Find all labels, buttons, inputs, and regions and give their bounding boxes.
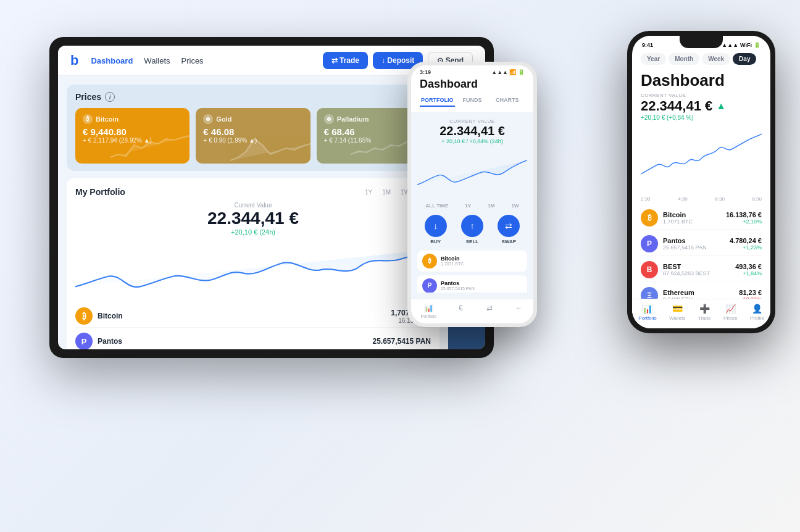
phone1-asset-pantos[interactable]: P Pantos 25.657,5415 PAN <box>417 275 527 293</box>
phone2-filter-month[interactable]: Month <box>669 53 699 65</box>
phone2-title: Dashboard <box>641 71 762 90</box>
phone2-pantos-value: 4.780,24 € <box>730 237 762 244</box>
phone1-status-bar: 3:19 ▲▲▲ 📶 🔋 <box>411 65 533 75</box>
phone2-time: 9:41 <box>642 42 653 48</box>
phone2-notch <box>680 36 723 48</box>
phone2-nav-profile[interactable]: 👤 Profile <box>750 303 764 321</box>
bitcoin-asset-icon: ₿ <box>75 307 93 325</box>
asset-row-bitcoin[interactable]: ₿ Bitcoin 1,7071 BTC 16.138,76 € <box>75 305 431 328</box>
tablet-nav-wallets[interactable]: Wallets <box>144 56 170 65</box>
gold-icon: ⊕ <box>203 114 213 124</box>
phone1-value-label: CURRENT VALUE <box>417 118 527 124</box>
phone1-nav-portfolio[interactable]: 📊 Portfolio <box>421 303 437 318</box>
phone1-tab-funds[interactable]: FUNDS <box>455 94 490 107</box>
price-cards: ₿ Bitcoin € 9,440.80 + € 2,117.94 (28.92… <box>75 108 431 164</box>
phone1-action-buy: ↓ BUY <box>425 215 447 244</box>
gold-price-card[interactable]: ⊕ Gold € 46.08 + € 0.90 (1.99% ▲) <box>196 108 310 164</box>
phone2-best-icon: B <box>641 261 658 278</box>
tablet-nav-dashboard[interactable]: Dashboard <box>91 56 133 65</box>
gold-price-value: € 46.08 <box>203 127 302 137</box>
tablet-nav-prices[interactable]: Prices <box>181 56 204 65</box>
phone1-tab-charts[interactable]: CHARTS <box>490 94 525 107</box>
tablet-main: Prices i ₿ Bitcoin € 9,440.80 + € 2,117.… <box>58 76 448 349</box>
phone2-change: +20,10 € (+0,84 %) <box>641 114 762 121</box>
phone1-asset-bitcoin[interactable]: ₿ Bitcoin 1,7071 BTC <box>417 251 527 272</box>
phone2-screen: 9:41 ▲▲▲ WiFi 🔋 Year Month Week Day Dash… <box>632 36 770 328</box>
chart-label-2: 4:30 <box>678 196 688 202</box>
gold-price-change: + € 0.90 (1.99% ▲) <box>203 137 302 144</box>
phone2-bitcoin-sub: 1,7071 BTC <box>663 218 721 225</box>
phone2-nav-portfolio[interactable]: 📊 Portfolio <box>638 303 656 321</box>
phone2-best-value: 493,36 € <box>735 263 762 270</box>
phone1-header: Dashboard PORTFOLIO FUNDS CHARTS <box>411 75 533 112</box>
phone1-nav-euro[interactable]: € <box>456 303 465 318</box>
pantos-asset-icon: P <box>75 333 93 349</box>
sell-label: SELL <box>466 239 478 244</box>
phone1-status-icons: ▲▲▲ 📶 🔋 <box>491 69 525 75</box>
tablet-logo: b <box>70 52 78 69</box>
phone1-filter-alltime[interactable]: ALL TIME <box>423 202 451 210</box>
phone1-bottom-nav: 📊 Portfolio € ⇄ ← <box>411 299 533 323</box>
info-icon[interactable]: i <box>105 92 115 102</box>
chart-label-1: 2:30 <box>641 196 651 202</box>
phone2-asset-pantos[interactable]: P Pantos 25.657,5415 PAN 4.780,24 € +1,2… <box>641 233 762 256</box>
phone1-change: + 20,10 € / +0,84% (24h) <box>417 138 527 144</box>
trade-button[interactable]: ⇄ Trade <box>323 52 368 69</box>
bitcoin-icon: ₿ <box>83 114 93 124</box>
portfolio-chart <box>75 239 431 300</box>
phone2-value: 22.344,41 € ▲ <box>641 98 762 114</box>
phone1-actions: ↓ BUY ↑ SELL ⇄ SWAP <box>417 215 527 244</box>
phone2-filter-week[interactable]: Week <box>702 53 730 65</box>
phone2-asset-best[interactable]: B BEST 87.924,5283 BEST 493,36 € +1,84% <box>641 259 762 281</box>
swap-button[interactable]: ⇄ <box>498 215 520 237</box>
phone2-body: Year Month Week Day Dashboard CURRENT VA… <box>632 48 770 299</box>
phone1-tab-portfolio[interactable]: PORTFOLIO <box>420 94 455 107</box>
phone2-nav-trade[interactable]: ➕ Trade <box>698 303 711 321</box>
phone2-best-right: 493,36 € +1,84% <box>735 263 762 276</box>
phone2-asset-ethereum[interactable]: Ξ Ethereum 0.2488 ETH 81,23 € -10,22% <box>641 285 762 299</box>
phone2-asset-bitcoin[interactable]: ₿ Bitcoin 1,7071 BTC 16.138,76 € +2,10% <box>641 207 762 230</box>
back-nav-icon: ← <box>514 303 523 313</box>
buy-label: BUY <box>430 239 441 244</box>
portfolio-value: 22.344,41 € <box>75 209 431 228</box>
asset-row-pantos[interactable]: P Pantos 25.657,5415 PAN <box>75 330 431 349</box>
phone2-time-filters: Year Month Week Day <box>641 53 762 65</box>
sell-button[interactable]: ↑ <box>461 215 483 237</box>
phone1-nav-back[interactable]: ← <box>514 303 523 318</box>
swap-label: SWAP <box>502 239 517 244</box>
phone2-bitcoin-value: 16.138,76 € <box>726 211 762 218</box>
phone1-filter-1m[interactable]: 1M <box>485 202 497 210</box>
pantos-asset-name: Pantos <box>98 337 122 346</box>
phone1-bitcoin-icon: ₿ <box>422 254 437 268</box>
portfolio-title: My Portfolio <box>75 187 125 197</box>
phone1-bitcoin-sub: 1,7071 BTC <box>441 262 522 266</box>
phone2-filter-year[interactable]: Year <box>641 53 666 65</box>
phone1-chart <box>417 148 527 197</box>
phone2-nav-wallets[interactable]: 💳 Wallets <box>669 303 685 321</box>
phone2-bottom-nav: 📊 Portfolio 💳 Wallets ➕ Trade 📈 Prices 👤… <box>632 299 770 328</box>
phone1-pantos-info: Pantos 25.657,5415 PAN <box>441 280 522 291</box>
phone1-device: 3:19 ▲▲▲ 📶 🔋 Dashboard PORTFOLIO FUNDS C… <box>407 62 537 327</box>
phone2-best-info: BEST 87.924,5283 BEST <box>663 263 730 276</box>
filter-1y[interactable]: 1Y <box>362 188 375 197</box>
phone2-ethereum-icon: Ξ <box>641 287 658 299</box>
asset-left-pantos: P Pantos <box>75 333 122 349</box>
filter-1m[interactable]: 1M <box>379 188 394 197</box>
phone1-nav-swap[interactable]: ⇄ <box>485 303 494 318</box>
phone1-filter-1y[interactable]: 1Y <box>462 202 473 210</box>
portfolio-change: +20,10 € (24h) <box>75 228 431 236</box>
phone1-filter-1w[interactable]: 1W <box>509 202 521 210</box>
phone2-pantos-icon: P <box>641 235 658 252</box>
buy-button[interactable]: ↓ <box>425 215 447 237</box>
phone2-nav-prices[interactable]: 📈 Prices <box>723 303 737 321</box>
phone1-action-swap: ⇄ SWAP <box>498 215 520 244</box>
phone2-bitcoin-icon: ₿ <box>641 209 658 227</box>
bitcoin-price-card[interactable]: ₿ Bitcoin € 9,440.80 + € 2,117.94 (28.92… <box>75 108 190 164</box>
portfolio-assets: ₿ Bitcoin 1,7071 BTC 16.138,76 € P <box>75 305 431 349</box>
phone2-ethereum-right: 81,23 € -10,22% <box>739 289 762 299</box>
phone1-body: CURRENT VALUE 22.344,41 € + 20,10 € / +0… <box>411 112 533 299</box>
phone2-arrow-icon: ▲ <box>716 101 726 112</box>
phone1-time-filters: ALL TIME 1Y 1M 1W <box>417 202 527 210</box>
phone2-pantos-change: +1,23% <box>730 244 762 251</box>
phone2-filter-day[interactable]: Day <box>733 53 756 65</box>
